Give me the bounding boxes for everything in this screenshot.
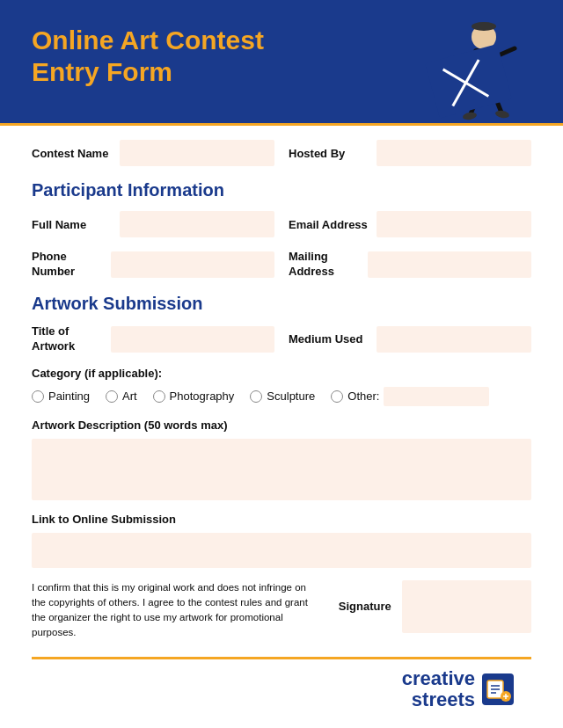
top-form-row: Contest Name Hosted By (32, 140, 531, 166)
medium-group: Medium Used (289, 326, 531, 353)
phone-label: PhoneNumber (32, 250, 102, 280)
signature-block: Signature (339, 580, 531, 633)
phone-group: PhoneNumber (32, 250, 274, 280)
title-artwork-group: Title ofArtwork (32, 324, 274, 354)
hero-illustration (405, 9, 545, 123)
contest-name-input[interactable] (120, 140, 274, 166)
artwork-section-heading: Artwork Submission (32, 294, 531, 314)
radio-art-label: Art (122, 389, 137, 403)
hosted-by-label: Hosted By (289, 147, 368, 160)
email-group: Email Address (289, 211, 531, 237)
radio-sculpture-circle[interactable] (250, 390, 262, 403)
svg-point-4 (472, 22, 496, 31)
radio-other-circle[interactable] (331, 390, 343, 403)
phone-input[interactable] (111, 251, 274, 278)
title-line2: Entry Form (32, 57, 172, 86)
confirmation-text: I confirm that this is my original work … (32, 580, 321, 641)
page-header: Online Art Contest Entry Form (0, 0, 563, 123)
footer-divider (32, 657, 531, 659)
svg-point-11 (494, 110, 509, 120)
footer-brand: creative streets (32, 665, 531, 719)
brand-icon (482, 673, 514, 705)
radio-sculpture[interactable]: Sculpture (250, 389, 315, 403)
page-title: Online Art Contest Entry Form (32, 25, 313, 88)
svg-point-10 (462, 112, 477, 121)
radio-photography-circle[interactable] (153, 390, 165, 403)
full-name-group: Full Name (32, 211, 274, 237)
category-label: Category (if applicable): (32, 367, 531, 380)
radio-sculpture-label: Sculpture (267, 389, 315, 403)
radio-painting-circle[interactable] (32, 390, 44, 403)
description-label: Artwork Description (50 words max) (32, 419, 531, 432)
category-radio-group: Painting Art Photography Sculpture Other… (32, 387, 531, 406)
contest-name-label: Contest Name (32, 147, 111, 160)
signature-label: Signature (339, 600, 391, 613)
hosted-by-group: Hosted By (289, 140, 531, 166)
radio-photography-label: Photography (170, 389, 235, 403)
bottom-row: I confirm that this is my original work … (32, 580, 531, 641)
medium-input[interactable] (377, 326, 531, 353)
name-email-row: Full Name Email Address (32, 211, 531, 237)
mailing-input[interactable] (368, 251, 531, 278)
phone-mailing-row: PhoneNumber MailingAddress (32, 250, 531, 280)
medium-label: Medium Used (289, 332, 368, 346)
brand-name-line1: creative (402, 668, 475, 689)
radio-art[interactable]: Art (106, 389, 137, 403)
main-content: Contest Name Hosted By Participant Infor… (0, 126, 563, 728)
email-label: Email Address (289, 218, 368, 231)
link-input[interactable] (32, 533, 531, 568)
title-medium-row: Title ofArtwork Medium Used (32, 324, 531, 354)
title-line1: Online Art Contest (32, 25, 264, 55)
brand-name-line2: streets (402, 689, 475, 710)
participant-section-heading: Participant Information (32, 180, 531, 200)
full-name-label: Full Name (32, 218, 111, 231)
radio-painting-label: Painting (48, 389, 90, 403)
radio-other[interactable]: Other: (331, 387, 489, 406)
email-input[interactable] (377, 211, 531, 237)
mailing-group: MailingAddress (289, 250, 531, 280)
description-textarea[interactable] (32, 439, 531, 500)
footer: creative streets (32, 657, 531, 719)
title-artwork-input[interactable] (111, 326, 274, 353)
radio-painting[interactable]: Painting (32, 389, 90, 403)
radio-other-label: Other: (347, 389, 379, 403)
radio-photography[interactable]: Photography (153, 389, 235, 403)
contest-name-group: Contest Name (32, 140, 274, 166)
full-name-input[interactable] (120, 211, 274, 237)
title-artwork-label: Title ofArtwork (32, 324, 102, 354)
radio-art-circle[interactable] (106, 390, 118, 403)
signature-input[interactable] (402, 580, 531, 633)
mailing-label: MailingAddress (289, 250, 359, 280)
link-label: Link to Online Submission (32, 513, 531, 526)
hosted-by-input[interactable] (377, 140, 531, 166)
brand-text: creative streets (402, 668, 475, 710)
other-text-input[interactable] (384, 387, 489, 406)
